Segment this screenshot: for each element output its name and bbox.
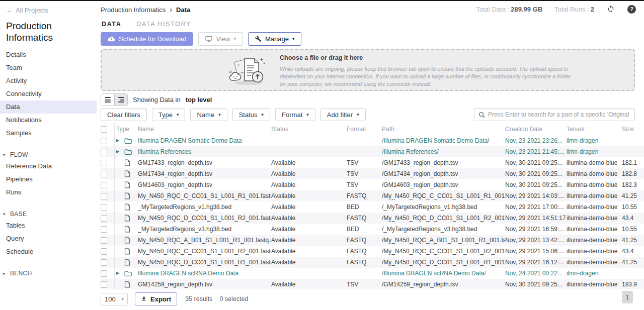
- row-tenant: ilmn-dragen: [567, 146, 622, 157]
- sidebar-item-activity[interactable]: Activity: [0, 74, 97, 87]
- row-checkbox[interactable]: [101, 237, 107, 244]
- table-row[interactable]: GM17434_region_depth.tsvAvailableTSV/GM1…: [101, 168, 644, 179]
- view-button[interactable]: View ▾: [198, 32, 243, 46]
- sidebar-section-flow: ▾FLOWReference DataPipelinesRuns: [0, 150, 97, 199]
- row-checkbox[interactable]: [101, 259, 107, 266]
- table-row[interactable]: GM14259_region_depth.tsvAvailableTSV/GM1…: [101, 279, 644, 289]
- schedule-for-download-button[interactable]: Schedule for Download: [101, 32, 193, 46]
- triangle-down-icon: ▾: [3, 152, 7, 157]
- table-row[interactable]: GM14603_region_depth.tsvAvailableTSV/GM1…: [101, 179, 644, 190]
- dropzone-title[interactable]: Choose a file or drag it here: [280, 54, 577, 61]
- row-checkbox[interactable]: [101, 226, 107, 233]
- search-input[interactable]: [488, 111, 630, 118]
- chevron-down-icon: ▾: [218, 113, 221, 117]
- view-toggle-group: [101, 93, 128, 106]
- tab-data[interactable]: DATA: [102, 21, 121, 30]
- sidebar-item-samples[interactable]: Samples: [0, 127, 97, 140]
- table-row[interactable]: My_N450_RQC_A_B01_S1_L001_R1_001.fastq.g…: [101, 235, 644, 246]
- sidebar-section-header-base[interactable]: ▾BASE: [0, 209, 97, 219]
- column-header-path[interactable]: Path: [382, 126, 505, 133]
- column-header-type[interactable]: Type: [115, 126, 138, 133]
- row-checkbox[interactable]: [101, 182, 107, 188]
- sidebar: ← All Projects Production Informatics De…: [0, 1, 97, 310]
- row-checkbox[interactable]: [101, 193, 107, 199]
- column-header-format[interactable]: Format: [347, 126, 382, 133]
- row-checkbox[interactable]: [101, 160, 107, 166]
- table-row[interactable]: ▶Illumina DRAGEN Somatic Demo Data/Illum…: [101, 135, 644, 146]
- type-button[interactable]: Type▾: [152, 108, 186, 121]
- refresh-icon[interactable]: [606, 5, 615, 14]
- sidebar-item-team[interactable]: Team: [0, 61, 97, 74]
- file-icon: [124, 170, 130, 177]
- column-header-status[interactable]: Status: [271, 126, 347, 133]
- table-row[interactable]: ▶Illumina DRAGEN scRNA Demo Data/Illumin…: [101, 268, 644, 279]
- page-size-select[interactable]: 100 ▾: [101, 293, 128, 305]
- name-button[interactable]: Name▾: [190, 108, 227, 121]
- schedule-for-download-label: Schedule for Download: [119, 35, 186, 43]
- indented-list-icon: [118, 97, 124, 102]
- table-row[interactable]: My_N450_RQC_D_CC01_S1_L001_R1_001.fastq.…: [101, 257, 644, 268]
- all-projects-link[interactable]: ← All Projects: [6, 6, 91, 14]
- table-row[interactable]: My_N450_RQC_D_CC01_S1_L001_R2_001.fastq.…: [101, 213, 644, 224]
- sidebar-section-header-flow[interactable]: ▾FLOW: [0, 150, 97, 160]
- table-row[interactable]: My_N450_RQC_C_CC01_S1_L001_R1_001.fastq.…: [101, 190, 644, 201]
- row-checkbox[interactable]: [101, 270, 107, 277]
- table-row[interactable]: My_N450_RQC_C_CC01_S1_L001_R2_001.fastq.…: [101, 246, 644, 257]
- status-button[interactable]: Status▾: [232, 108, 270, 121]
- row-checkbox[interactable]: [101, 215, 107, 222]
- sidebar-item-pipelines[interactable]: Pipelines: [0, 173, 97, 186]
- row-checkbox[interactable]: [101, 171, 107, 177]
- expand-arrow-icon[interactable]: ▶: [116, 146, 119, 157]
- row-type-cell: [115, 248, 138, 255]
- expand-arrow-icon[interactable]: ▶: [116, 135, 119, 146]
- row-checkbox[interactable]: [101, 204, 107, 211]
- sidebar-item-tables[interactable]: Tables: [0, 219, 97, 232]
- export-button[interactable]: Export: [135, 292, 177, 305]
- table-row[interactable]: _MyTargetedRegions_v3.hg38.bedAvailableB…: [101, 224, 644, 235]
- sidebar-section-header-bench[interactable]: ▸BENCH: [0, 268, 97, 278]
- row-checkbox-cell: [101, 213, 115, 224]
- row-name[interactable]: Illumina References: [138, 146, 271, 157]
- column-header-size[interactable]: Size: [622, 126, 644, 133]
- page-number-button[interactable]: 1: [622, 291, 633, 303]
- row-checkbox[interactable]: [101, 149, 107, 155]
- row-type-cell: ▶: [115, 268, 138, 279]
- table-row[interactable]: ▶Illumina References/Illumina References…: [101, 146, 644, 157]
- breadcrumb-project[interactable]: Production Informatics: [101, 6, 166, 14]
- sidebar-item-notifications[interactable]: Notifications: [0, 114, 97, 127]
- expand-arrow-icon[interactable]: ▶: [116, 268, 119, 279]
- tabs: DATADATA HISTORY: [102, 21, 191, 30]
- clear-filters-button[interactable]: Clear filters: [101, 108, 147, 121]
- sidebar-item-query[interactable]: Query: [0, 232, 97, 245]
- tab-data-history[interactable]: DATA HISTORY: [136, 21, 191, 30]
- add-filter-button[interactable]: Add filter▾: [320, 108, 366, 121]
- manage-button[interactable]: Manage ▾: [248, 32, 302, 46]
- format-button[interactable]: Format▾: [275, 108, 315, 121]
- help-icon[interactable]: ?: [627, 5, 636, 14]
- flat-list-view-button[interactable]: [101, 94, 114, 106]
- sidebar-section-base: ▾BASETablesQuerySchedule: [0, 209, 97, 258]
- sidebar-item-reference-data[interactable]: Reference Data: [0, 160, 97, 173]
- column-header-name[interactable]: Name: [138, 126, 271, 133]
- row-checkbox[interactable]: [101, 138, 107, 144]
- dropzone-inner: Choose a file or drag it here While uplo…: [102, 50, 634, 88]
- row-path: /My_N450_RQC_D_CC01_S1_L001_R2_001.fastq…: [382, 213, 505, 224]
- row-name[interactable]: Illumina DRAGEN Somatic Demo Data: [138, 135, 271, 146]
- upload-dropzone[interactable]: Choose a file or drag it here While uplo…: [101, 49, 635, 91]
- row-checkbox[interactable]: [101, 248, 107, 255]
- sidebar-item-connectivity[interactable]: Connectivity: [0, 87, 97, 100]
- column-header-tenant[interactable]: Tenant: [567, 126, 622, 133]
- sidebar-item-details[interactable]: Details: [0, 48, 97, 61]
- row-type-cell: [115, 203, 138, 211]
- row-checkbox[interactable]: [101, 281, 107, 288]
- select-all-checkbox[interactable]: [101, 126, 107, 133]
- row-name[interactable]: Illumina DRAGEN scRNA Demo Data: [138, 268, 271, 279]
- table-row[interactable]: GM17433_region_depth.tsvAvailableTSV/GM1…: [101, 157, 644, 168]
- sidebar-item-schedule[interactable]: Schedule: [0, 245, 97, 258]
- tree-view-button[interactable]: [114, 94, 127, 106]
- row-checkbox-cell: [101, 190, 115, 201]
- sidebar-item-runs[interactable]: Runs: [0, 186, 97, 199]
- table-row[interactable]: _MyTargetedRegions_v1.hg38.bedAvailableB…: [101, 201, 644, 213]
- sidebar-item-data[interactable]: Data: [0, 100, 97, 114]
- column-header-creation-date[interactable]: Creation Date: [505, 126, 567, 133]
